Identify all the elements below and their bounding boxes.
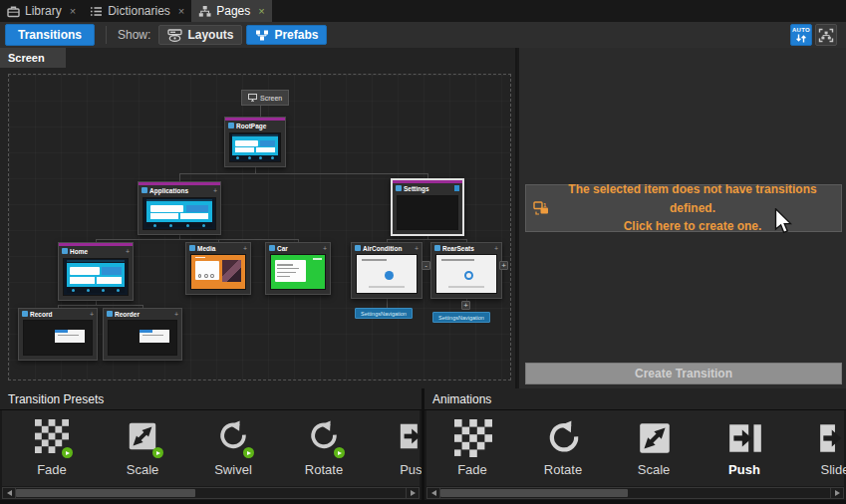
pages-canvas[interactable]: Screen (0, 48, 515, 388)
preset-label: Swivel (195, 462, 271, 477)
tab-library[interactable]: Library × (0, 0, 83, 22)
tab-pages[interactable]: Pages × (191, 0, 271, 22)
close-icon[interactable]: × (178, 5, 184, 17)
tab-label: Dictionaries (108, 4, 170, 18)
corner-mark: + (323, 245, 327, 252)
connector (387, 239, 467, 240)
node-thumbnail (23, 320, 93, 356)
node-applications[interactable]: Applications+ (138, 181, 221, 235)
monitor-icon (248, 94, 257, 102)
node-label: Record (30, 311, 52, 318)
node-label: AirCondition (363, 245, 402, 252)
preset-scale[interactable]: Scale (105, 419, 180, 477)
corner-mark: + (174, 311, 178, 318)
animation-fade[interactable]: Fade (434, 419, 510, 477)
animation-push[interactable]: Push (706, 419, 782, 477)
page-icon (434, 245, 440, 251)
connector (179, 173, 428, 174)
scale-icon (125, 419, 160, 455)
layouts-label: Layouts (187, 28, 233, 42)
page-icon (228, 123, 234, 128)
collapse-button[interactable]: - (422, 261, 430, 270)
mouse-cursor (774, 208, 792, 235)
play-badge-icon (243, 447, 254, 458)
node-label: Settings (404, 185, 429, 192)
animation-rotate[interactable]: Rotate (525, 419, 601, 477)
node-rearseats[interactable]: RearSeats+ (430, 242, 502, 299)
settings-navigation-badge[interactable]: SettingsNavigation (355, 308, 413, 319)
scrollbar-track[interactable] (440, 488, 830, 498)
pages-tree-icon (198, 5, 211, 18)
play-badge-icon (62, 447, 73, 458)
layout-graph-button[interactable] (815, 24, 837, 46)
tab-dictionaries[interactable]: Dictionaries × (83, 0, 191, 22)
scrollbar-thumb[interactable] (440, 489, 628, 497)
node-aircondition[interactable]: AirCondition+ (351, 242, 423, 299)
page-icon (22, 311, 28, 317)
no-transitions-warning[interactable]: 1 The selected item does not have transi… (525, 184, 842, 232)
auto-arrange-button[interactable]: AUTO (790, 24, 812, 46)
preset-rotate[interactable]: Rotate (286, 419, 362, 477)
prefabs-toggle-button[interactable]: Prefabs (246, 25, 327, 45)
transition-presets-list: Fade Scale Swivel (2, 410, 420, 486)
node-label: Screen (260, 95, 282, 102)
svg-text:1: 1 (543, 202, 547, 208)
scroll-left-icon[interactable] (3, 488, 16, 498)
settings-navigation-badge[interactable]: SettingsNavigation (432, 312, 490, 323)
layouts-toggle-button[interactable]: Layouts (158, 25, 242, 45)
node-thumbnail (435, 254, 497, 294)
corner-mark: + (243, 245, 247, 252)
animation-scale[interactable]: Scale (616, 419, 692, 477)
fade-icon (454, 419, 490, 455)
node-thumbnail (108, 320, 177, 356)
expand-button[interactable]: + (499, 261, 508, 270)
node-settings[interactable]: Settings (391, 178, 464, 236)
scrollbar-thumb[interactable] (16, 489, 195, 497)
node-record[interactable]: Record+ (18, 308, 98, 361)
transition-warning-icon: 1 (532, 199, 550, 217)
node-thumbnail (190, 254, 246, 290)
prefabs-label: Prefabs (274, 28, 318, 42)
list-icon (90, 5, 103, 18)
node-rootpage[interactable]: RootPage (224, 117, 286, 167)
page-icon (141, 187, 147, 193)
preset-fade[interactable]: Fade (14, 419, 90, 477)
corner-mark: + (415, 245, 419, 252)
close-icon[interactable]: × (258, 5, 264, 17)
preset-swivel[interactable]: Swivel (195, 419, 271, 477)
page-graph: Screen RootPage Applications+ S (0, 70, 515, 388)
scale-icon (636, 419, 672, 455)
scroll-right-icon[interactable] (406, 488, 419, 498)
node-media[interactable]: Media+ (185, 242, 251, 295)
scroll-left-icon[interactable] (427, 488, 440, 498)
screen-context-tab[interactable]: Screen (0, 48, 66, 68)
slide-icon (817, 419, 846, 455)
node-reorder[interactable]: Reorder+ (103, 308, 182, 361)
scrollbar-track[interactable] (16, 488, 406, 498)
create-transition-button[interactable]: Create Transition (525, 363, 842, 384)
scroll-right-icon[interactable] (830, 488, 843, 498)
expand-button[interactable]: + (461, 301, 470, 310)
transitions-panel: 1 The selected item does not have transi… (517, 48, 846, 388)
push-icon (397, 419, 422, 455)
node-label: Home (70, 248, 88, 255)
transitions-button[interactable]: Transitions (5, 24, 95, 46)
page-icon (269, 245, 275, 251)
animation-slide[interactable]: Slide (797, 419, 846, 477)
briefcase-icon (7, 5, 20, 18)
node-screen[interactable]: Screen (241, 90, 289, 106)
node-label: RootPage (236, 123, 266, 129)
close-icon[interactable]: × (70, 5, 76, 17)
connector (96, 239, 299, 240)
bottom-shelves: Transition Presets Fade Scale (0, 388, 846, 504)
preset-push[interactable]: Push (377, 419, 422, 477)
node-label: RearSeats (442, 245, 474, 252)
node-home[interactable]: Home+ (58, 242, 134, 301)
horizontal-scrollbar[interactable] (426, 487, 844, 499)
tab-bar: Library × Dictionaries × Pages × (0, 0, 846, 22)
rotate-icon (306, 419, 342, 455)
node-car[interactable]: Car+ (265, 242, 331, 295)
horizontal-scrollbar[interactable] (2, 487, 420, 499)
frame-tree-icon (818, 28, 834, 43)
corner-mark: + (126, 248, 130, 255)
